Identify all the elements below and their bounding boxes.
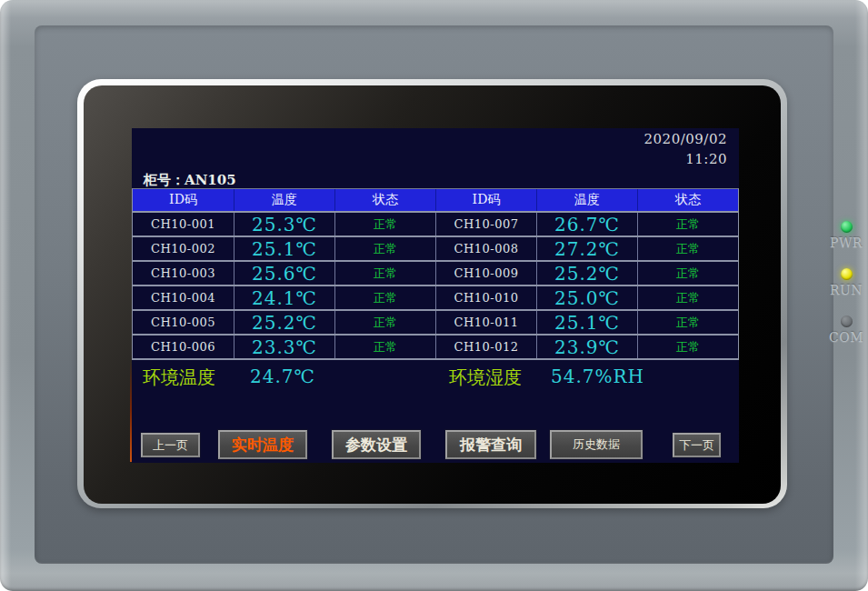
status-value: 正常 xyxy=(334,311,435,334)
temperature-value: 26.7℃ xyxy=(536,213,637,235)
channel-id: CH10-012 xyxy=(435,336,536,358)
status-value: 正常 xyxy=(334,336,435,358)
date-display: 2020/09/02 xyxy=(644,131,727,147)
temperature-table: ID码温度状态ID码温度状态 CH10-00125.3℃正常CH10-00726… xyxy=(132,188,739,360)
lcd-screen: 2020/09/02 11:20 柜号：AN105 ID码温度状态ID码温度状态… xyxy=(132,128,739,463)
temperature-value: 25.3℃ xyxy=(234,213,334,235)
channel-id: CH10-006 xyxy=(133,336,234,358)
temperature-value: 27.2℃ xyxy=(536,237,637,260)
temperature-value: 24.1℃ xyxy=(234,286,334,309)
ambient-humidity-value: 54.7%RH xyxy=(551,366,644,387)
column-header: 状态 xyxy=(334,189,435,211)
channel-id: CH10-005 xyxy=(133,311,234,334)
temperature-value: 25.1℃ xyxy=(536,311,637,334)
status-value: 正常 xyxy=(334,237,435,260)
column-header: ID码 xyxy=(435,189,536,211)
com-led-icon xyxy=(841,316,853,327)
table-row: CH10-00325.6℃正常CH10-00925.2℃正常 xyxy=(133,262,738,286)
channel-id: CH10-004 xyxy=(133,286,234,309)
power-indicator: PWR xyxy=(822,221,868,250)
ambient-humidity-label: 环境湿度 xyxy=(449,366,522,390)
channel-id: CH10-008 xyxy=(435,237,536,260)
status-value: 正常 xyxy=(334,262,435,285)
ambient-temp-value: 24.7℃ xyxy=(250,366,315,387)
live-temp-button[interactable]: 实时温度 xyxy=(218,430,307,459)
status-value: 正常 xyxy=(637,336,738,358)
com-led-label: COM xyxy=(822,330,868,345)
hmi-device: PWR RUN COM 2020/09/02 11:20 柜号：AN105 ID… xyxy=(0,0,868,591)
channel-id: CH10-007 xyxy=(435,213,536,235)
run-indicator: RUN xyxy=(822,268,868,297)
column-header: ID码 xyxy=(133,189,234,211)
table-row: CH10-00525.2℃正常CH10-01125.1℃正常 xyxy=(133,311,738,336)
status-value: 正常 xyxy=(334,213,435,235)
table-row: CH10-00623.3℃正常CH10-01223.9℃正常 xyxy=(133,336,738,360)
temperature-value: 25.2℃ xyxy=(536,262,637,285)
next-page-button[interactable]: 下一页 xyxy=(673,433,721,457)
channel-id: CH10-009 xyxy=(435,262,536,285)
channel-id: CH10-001 xyxy=(133,213,234,235)
run-led-label: RUN xyxy=(822,283,868,297)
temperature-value: 25.6℃ xyxy=(234,262,334,285)
ambient-temp-label: 环境温度 xyxy=(143,366,215,390)
history-data-button[interactable]: 历史数据 xyxy=(550,430,643,459)
status-value: 正常 xyxy=(334,286,435,309)
status-value: 正常 xyxy=(637,311,738,334)
status-value: 正常 xyxy=(637,213,738,235)
column-header: 温度 xyxy=(536,189,637,211)
power-led-icon xyxy=(841,221,853,233)
table-header-row: ID码温度状态ID码温度状态 xyxy=(133,189,738,213)
temperature-value: 25.2℃ xyxy=(234,311,334,334)
com-indicator: COM xyxy=(822,316,868,345)
temperature-value: 25.1℃ xyxy=(234,237,334,260)
param-settings-button[interactable]: 参数设置 xyxy=(332,430,421,459)
cabinet-id-label: 柜号：AN105 xyxy=(144,172,236,189)
alarm-query-button[interactable]: 报警查询 xyxy=(445,430,536,459)
power-led-label: PWR xyxy=(822,235,868,250)
status-value: 正常 xyxy=(637,262,738,285)
temperature-value: 25.0℃ xyxy=(536,286,637,309)
table-body: CH10-00125.3℃正常CH10-00726.7℃正常CH10-00225… xyxy=(133,213,738,360)
time-display: 11:20 xyxy=(685,151,727,167)
status-value: 正常 xyxy=(637,237,738,260)
table-row: CH10-00225.1℃正常CH10-00827.2℃正常 xyxy=(133,237,738,262)
channel-id: CH10-011 xyxy=(435,311,536,334)
temperature-value: 23.3℃ xyxy=(234,336,334,358)
prev-page-button[interactable]: 上一页 xyxy=(141,433,200,457)
temperature-value: 23.9℃ xyxy=(536,336,637,358)
column-header: 温度 xyxy=(234,189,334,211)
channel-id: CH10-010 xyxy=(435,286,536,309)
table-row: CH10-00424.1℃正常CH10-01025.0℃正常 xyxy=(133,286,738,311)
column-header: 状态 xyxy=(637,189,738,211)
channel-id: CH10-003 xyxy=(133,262,234,285)
run-led-icon xyxy=(841,268,853,280)
channel-id: CH10-002 xyxy=(133,237,234,260)
table-row: CH10-00125.3℃正常CH10-00726.7℃正常 xyxy=(133,213,738,237)
status-value: 正常 xyxy=(637,286,738,309)
